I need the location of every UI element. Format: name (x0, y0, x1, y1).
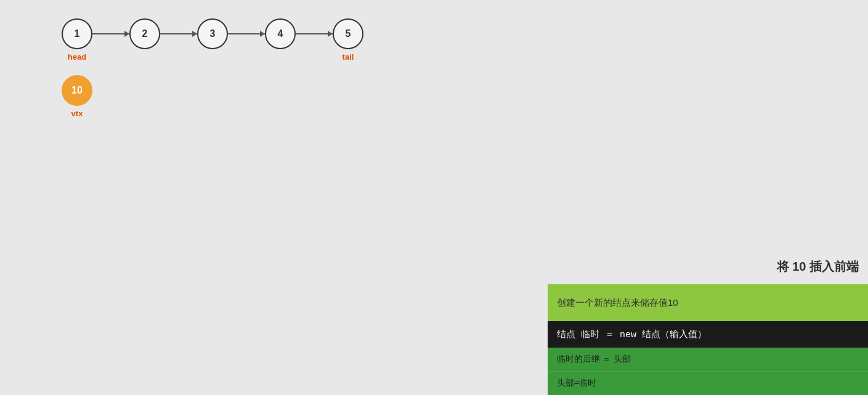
right-panel: 将 10 插入前端 创建一个新的结点来储存值10 结点 临时 ＝ new 结点（… (548, 252, 868, 395)
code-steps: 临时的后继 ＝ 头部 头部=临时 (548, 348, 868, 395)
node-3: 3 (197, 18, 228, 49)
vtx-label: vtx (71, 109, 83, 118)
node-5: 5 tail (333, 18, 363, 49)
code-step-2: 头部=临时 (548, 372, 868, 395)
node-1: 1 head (62, 18, 92, 49)
code-step-1: 临时的后继 ＝ 头部 (548, 348, 868, 372)
arrow-4-5 (296, 33, 333, 34)
vtx-node: 10 vtx (62, 75, 92, 106)
arrow-1-2 (92, 33, 129, 34)
node-2: 2 (129, 18, 160, 49)
head-label: head (68, 52, 86, 62)
panel-title: 将 10 插入前端 (548, 252, 868, 281)
step-description: 创建一个新的结点来储存值10 (548, 284, 868, 321)
node-4: 4 (265, 18, 296, 49)
tail-label: tail (343, 52, 354, 62)
current-code-line: 结点 临时 ＝ new 结点（输入值） (548, 321, 868, 348)
arrow-3-4 (228, 33, 265, 34)
linked-list: 1 head 2 3 4 5 tail (62, 18, 363, 49)
vtx-container: 10 vtx (62, 75, 92, 106)
arrow-2-3 (160, 33, 197, 34)
